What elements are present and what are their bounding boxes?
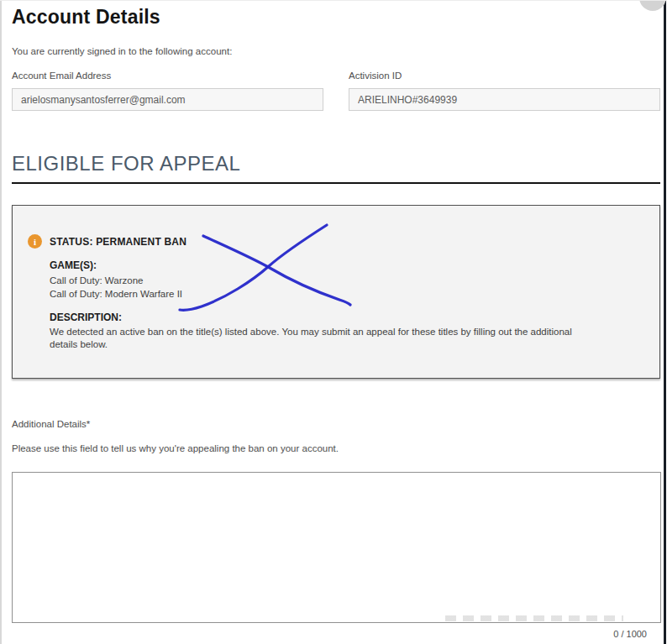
status-row: i STATUS: PERMANENT BAN — [28, 236, 643, 249]
ban-status-box: i STATUS: PERMANENT BAN GAME(S): Call of… — [12, 205, 660, 379]
section-divider — [12, 182, 660, 184]
activision-id-field[interactable] — [349, 88, 660, 111]
additional-details-label: Additional Details* — [12, 419, 660, 429]
game-line: Call of Duty: Warzone — [50, 274, 643, 287]
page-title: Account Details — [12, 6, 660, 29]
email-field-group: Account Email Address — [12, 71, 323, 111]
games-list: Call of Duty: Warzone Call of Duty: Mode… — [50, 274, 643, 301]
game-line: Call of Duty: Modern Warfare II — [50, 287, 643, 301]
scrollbar-track[interactable] — [664, 1, 666, 644]
signed-in-text: You are currently signed in to the follo… — [12, 46, 660, 56]
activision-id-field-group: Activision ID — [349, 71, 660, 111]
email-field[interactable] — [12, 88, 323, 111]
additional-details-helper: Please use this field to tell us why you… — [12, 443, 660, 453]
description-label: DESCRIPTION: — [50, 312, 643, 323]
info-icon: i — [28, 234, 42, 249]
activision-id-field-label: Activision ID — [349, 71, 660, 81]
char-counter: 0 / 1000 — [12, 629, 660, 639]
ban-status-content: i STATUS: PERMANENT BAN GAME(S): Call of… — [13, 206, 659, 351]
email-field-label: Account Email Address — [12, 71, 323, 81]
account-fields-row: Account Email Address Activision ID — [12, 71, 660, 111]
description-text: We detected an active ban on the title(s… — [50, 326, 572, 351]
watermark-artifact — [445, 615, 623, 621]
eligible-for-appeal-heading: ELIGIBLE FOR APPEAL — [12, 152, 660, 175]
status-body: GAME(S): Call of Duty: Warzone Call of D… — [50, 259, 643, 351]
status-label: STATUS: PERMANENT BAN — [50, 236, 186, 248]
account-details-page: Account Details You are currently signed… — [0, 1, 667, 644]
games-label: GAME(S): — [50, 259, 643, 271]
additional-details-textarea[interactable] — [12, 472, 661, 623]
